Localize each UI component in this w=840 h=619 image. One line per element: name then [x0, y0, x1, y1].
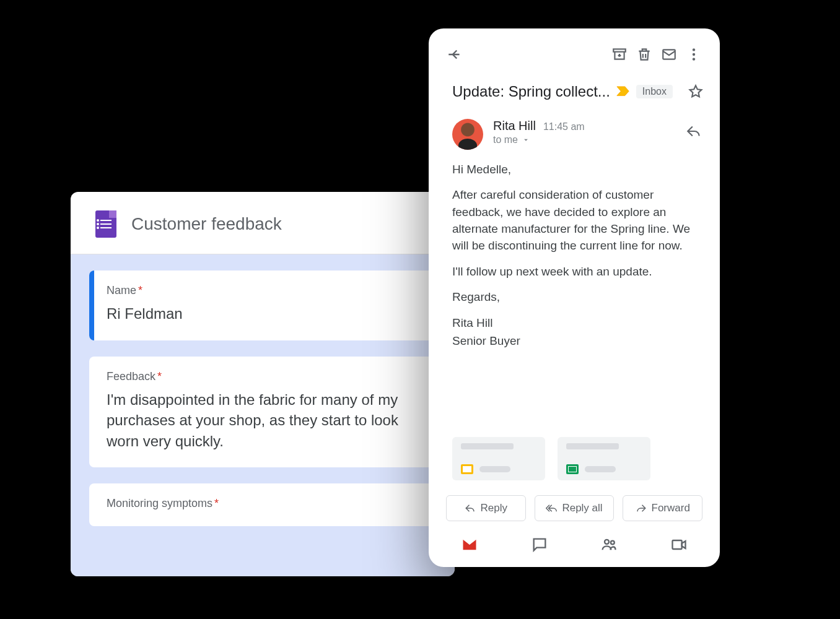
question-label: Monitoring symptoms*: [107, 497, 419, 510]
required-asterisk: *: [214, 497, 219, 509]
forward-arrow-icon: [636, 503, 647, 514]
required-asterisk: *: [138, 284, 142, 297]
forms-body: Name* Ri Feldman Feedback* I'm disappoin…: [71, 254, 455, 576]
gmail-card: Update: Spring collect... Inbox Rita Hil…: [429, 28, 720, 567]
chevron-down-icon: [522, 136, 530, 144]
subject-text: Update: Spring collect...: [452, 83, 610, 100]
delete-icon[interactable]: [632, 42, 657, 67]
question-label: Feedback*: [107, 370, 419, 383]
more-icon[interactable]: [681, 42, 706, 67]
reply-button[interactable]: Reply: [446, 495, 526, 521]
sender-time: 11:45 am: [543, 121, 585, 132]
body-para1: After careful consideration of customer …: [452, 186, 696, 254]
question-answer[interactable]: I'm disappointed in the fabric for many …: [107, 389, 419, 452]
svg-point-2: [693, 48, 695, 51]
question-label-text: Monitoring symptoms: [107, 497, 212, 509]
reply-all-label: Reply all: [562, 502, 602, 514]
question-label: Name*: [107, 284, 419, 297]
label-chip[interactable]: Inbox: [636, 85, 673, 98]
body-greeting: Hi Medelle,: [452, 161, 696, 178]
recipient-text: to me: [493, 134, 518, 145]
question-label-text: Feedback: [107, 370, 155, 383]
svg-rect-0: [613, 49, 626, 51]
important-icon[interactable]: [616, 86, 630, 97]
svg-point-4: [693, 58, 695, 60]
nav-spaces-icon[interactable]: [597, 535, 621, 555]
forms-title: Customer feedback: [131, 214, 282, 234]
bottom-nav: [429, 525, 720, 567]
question-answer[interactable]: Ri Feldman: [107, 303, 419, 324]
sender-row: Rita Hill 11:45 am to me: [429, 108, 720, 152]
star-icon[interactable]: [685, 79, 706, 104]
forms-card: Customer feedback Name* Ri Feldman Feedb…: [71, 192, 455, 576]
attachments-row: [429, 435, 720, 485]
reply-icon[interactable]: [681, 119, 706, 144]
reply-arrow-icon: [465, 503, 476, 514]
signature-name: Rita Hill: [452, 314, 696, 331]
attachment-sheets[interactable]: [558, 437, 650, 480]
attachment-slides[interactable]: [452, 437, 545, 480]
form-question-name[interactable]: Name* Ri Feldman: [89, 271, 436, 340]
svg-point-5: [605, 540, 609, 544]
archive-icon[interactable]: [607, 42, 632, 67]
slides-icon: [461, 464, 473, 474]
back-icon[interactable]: [442, 42, 467, 67]
subject-row: Update: Spring collect... Inbox: [429, 73, 720, 108]
recipient-dropdown[interactable]: to me: [493, 134, 672, 145]
forms-icon: [95, 210, 116, 238]
forms-header: Customer feedback: [71, 192, 455, 254]
nav-meet-icon[interactable]: [667, 535, 691, 555]
action-buttons: Reply Reply all Forward: [429, 485, 720, 525]
forward-label: Forward: [652, 502, 690, 514]
mail-icon[interactable]: [657, 42, 681, 67]
question-label-text: Name: [107, 284, 136, 297]
body-closing: Regards,: [452, 288, 696, 305]
avatar[interactable]: [452, 119, 483, 150]
reply-all-button[interactable]: Reply all: [535, 495, 615, 521]
signature-title: Senior Buyer: [452, 332, 696, 349]
nav-mail-icon[interactable]: [457, 535, 482, 555]
sender-name[interactable]: Rita Hill: [493, 119, 536, 133]
forward-button[interactable]: Forward: [623, 495, 702, 521]
sheets-icon: [566, 464, 579, 474]
nav-chat-icon[interactable]: [527, 535, 552, 555]
form-question-feedback[interactable]: Feedback* I'm disappointed in the fabric…: [89, 357, 436, 468]
svg-point-6: [611, 541, 615, 545]
form-question-monitoring[interactable]: Monitoring symptoms*: [89, 483, 436, 526]
email-body: Hi Medelle, After careful consideration …: [429, 152, 720, 435]
required-asterisk: *: [157, 370, 162, 383]
reply-label: Reply: [481, 502, 507, 514]
svg-point-3: [693, 53, 695, 56]
body-para2: I'll follow up next week with an update.: [452, 263, 696, 280]
svg-rect-7: [672, 540, 681, 549]
reply-all-icon: [546, 503, 557, 514]
gmail-toolbar: [429, 28, 720, 73]
